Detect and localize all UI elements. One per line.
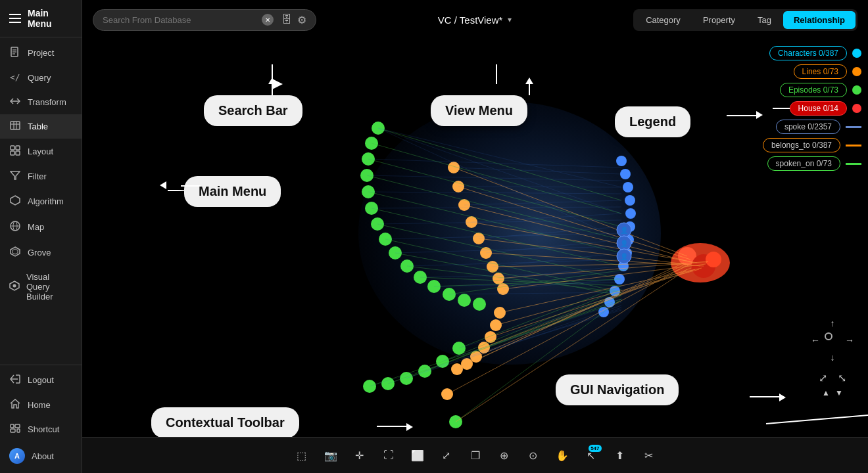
toolbar-hand-button[interactable]: ✋ (550, 443, 574, 467)
legend-panel: Characters 0/387 Lines 0/73 Episodes 0/7… (763, 46, 861, 171)
toolbar-frame-button[interactable]: ⬜ (406, 443, 429, 467)
logout-icon (9, 374, 21, 386)
search-input[interactable] (103, 15, 256, 25)
search-clear-button[interactable]: ✕ (262, 14, 274, 26)
sidebar-items: Project </> Query Transform Table Layout… (0, 37, 82, 365)
sidebar-item-shortcut[interactable]: Shortcut (0, 417, 82, 441)
legend-node-item[interactable]: House 0/14 (763, 101, 861, 116)
sidebar-item-home[interactable]: Home (0, 392, 82, 417)
sidebar-item-query[interactable]: </> Query (0, 66, 82, 90)
legend-pill[interactable]: House 0/14 (790, 101, 847, 116)
sidebar-item-algorithm[interactable]: Algorithm (0, 189, 82, 214)
tab-relationship[interactable]: Relationship (783, 11, 856, 29)
legend-node-item[interactable]: Lines 0/73 (763, 64, 861, 79)
chevron-down-icon: ▾ (508, 15, 512, 24)
callout-legend: Legend (615, 106, 690, 137)
legend-pill[interactable]: Characters 0/387 (769, 46, 847, 60)
settings-icon[interactable]: ⚙ (297, 14, 306, 26)
legend-edge-item[interactable]: spoken_on 0/73 (763, 156, 861, 171)
filter-icon (9, 171, 21, 182)
sidebar-item-transform[interactable]: Transform (0, 90, 82, 114)
svg-point-69 (620, 169, 631, 179)
svg-rect-25 (15, 424, 20, 428)
sidebar-label-logout: Logout (28, 375, 54, 385)
algorithm-icon (9, 195, 21, 208)
vqb-icon (9, 281, 20, 293)
svg-marker-19 (11, 247, 20, 256)
toolbar-select-rect-button[interactable]: ⬚ (290, 443, 314, 467)
sidebar-bottom: Logout Home Shortcut A About (0, 365, 82, 473)
toolbar-target-button[interactable]: ⊙ (521, 443, 545, 467)
sidebar-label-filter: Filter (28, 171, 47, 181)
callout-main-menu: Main Menu (184, 176, 281, 207)
legend-pill[interactable]: spoken_on 0/73 (767, 156, 840, 171)
toolbar-fullscreen-button[interactable]: ⛶ (377, 443, 400, 467)
legend-dot (852, 104, 861, 113)
svg-rect-11 (16, 146, 20, 150)
zoom-up-icon: ▲ (822, 388, 830, 397)
svg-marker-14 (11, 171, 20, 179)
legend-pill[interactable]: Episodes 0/73 (780, 83, 847, 97)
svg-rect-13 (16, 151, 20, 155)
nav-move-icon[interactable]: ⤢ (819, 372, 827, 384)
svg-text:</>: </> (10, 72, 20, 81)
query-icon: </> (9, 72, 21, 83)
sidebar-title: Main Menu (28, 8, 72, 29)
legend-pill[interactable]: Lines 0/73 (794, 64, 847, 79)
transform-icon (9, 97, 21, 108)
toolbar-expand-button[interactable]: ⤢ (435, 443, 458, 467)
tab-property[interactable]: Property (692, 11, 746, 29)
sidebar-item-logout[interactable]: Logout (0, 368, 82, 392)
sidebar-label-algorithm: Algorithm (28, 196, 64, 206)
view-menu-button[interactable]: VC / TestView* ▾ (438, 14, 512, 26)
project-icon (9, 47, 21, 59)
nav-left-button[interactable]: ← (808, 332, 823, 348)
tab-tag[interactable]: Tag (747, 11, 782, 29)
nav-right-button[interactable]: → (842, 332, 857, 348)
sidebar-item-table[interactable]: Table (0, 114, 82, 139)
sidebar-item-vqb[interactable]: Visual Query Builder (0, 265, 82, 308)
sidebar-item-layout[interactable]: Layout (0, 139, 82, 164)
sidebar-item-map[interactable]: Map (0, 214, 82, 240)
toolbar-screenshot-button[interactable]: 📷 (319, 443, 343, 467)
tab-category[interactable]: Category (635, 11, 691, 29)
legend-edge-item[interactable]: spoke 0/2357 (763, 120, 861, 134)
toolbar-crosshair-button[interactable]: ✛ (348, 443, 372, 467)
sidebar-item-about[interactable]: A About (0, 441, 82, 470)
legend-pill[interactable]: spoke 0/2357 (776, 120, 840, 134)
svg-point-72 (625, 208, 636, 219)
svg-text:👤: 👤 (620, 239, 629, 248)
about-avatar: A (9, 448, 25, 464)
toolbar-export-button[interactable]: ⬆ (608, 443, 632, 467)
nav-fit-icon[interactable]: ⤡ (838, 372, 846, 384)
sidebar-item-filter[interactable]: Filter (0, 164, 82, 189)
sidebar-label-transform: Transform (28, 97, 66, 107)
hamburger-icon (9, 14, 21, 23)
nav-up-button[interactable]: ↑ (825, 315, 840, 331)
search-bar[interactable]: ✕ 🗄 ⚙ (93, 9, 316, 31)
topbar: ✕ 🗄 ⚙ VC / TestView* ▾ CategoryPropertyT… (82, 0, 868, 39)
sidebar-label-vqb: Visual Query Builder (26, 272, 72, 302)
toolbar-plus-circle-button[interactable]: ⊕ (493, 443, 516, 467)
legend-edge-item[interactable]: belongs_to 0/387 (763, 138, 861, 152)
database-icon[interactable]: 🗄 (281, 14, 292, 26)
sidebar-item-project[interactable]: Project (0, 40, 82, 66)
legend-node-item[interactable]: Episodes 0/73 (763, 83, 861, 97)
toolbar-duplicate-button[interactable]: ❐ (464, 443, 487, 467)
nav-down-button[interactable]: ↓ (825, 349, 840, 365)
sidebar-header[interactable]: Main Menu (0, 0, 82, 37)
sidebar-label-shortcut: Shortcut (28, 424, 59, 434)
tab-bar: CategoryPropertyTagRelationship (633, 9, 857, 31)
toolbar-link-out-button[interactable]: ✂ (637, 443, 661, 467)
svg-text:👤: 👤 (620, 252, 629, 261)
svg-rect-27 (17, 429, 20, 432)
shortcut-icon (9, 424, 21, 435)
toolbar-cursor-button[interactable]: ↖547 (579, 443, 603, 467)
legend-line (846, 145, 861, 146)
legend-pill[interactable]: belongs_to 0/387 (763, 138, 840, 152)
svg-point-22 (13, 284, 16, 288)
svg-rect-26 (11, 429, 15, 432)
svg-marker-20 (12, 249, 18, 254)
legend-node-item[interactable]: Characters 0/387 (763, 46, 861, 60)
sidebar-item-grove[interactable]: Grove (0, 240, 82, 265)
